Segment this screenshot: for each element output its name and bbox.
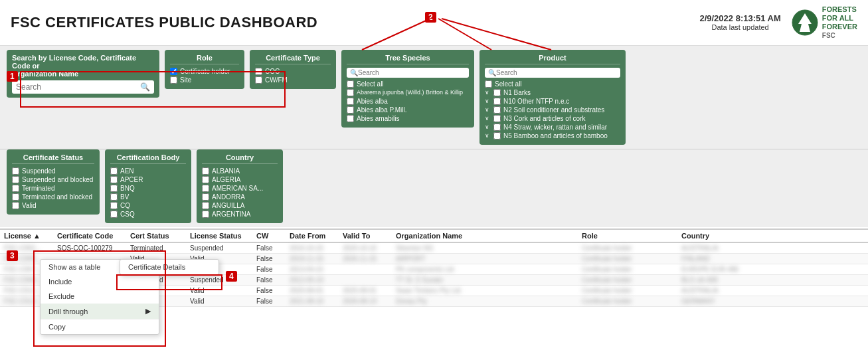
cell-org-name: PK components Ltd: [392, 266, 578, 273]
cert-status-panel: Certificate Status Suspended Suspended a…: [7, 149, 100, 215]
country-panel: Country ALBANIA ALGERIA AMERICAN SA... A…: [197, 149, 283, 223]
product-checkbox-n3[interactable]: [493, 115, 501, 122]
col-header-cert-code: Certificate Code: [53, 232, 126, 240]
cert-type-checkbox-cwfm[interactable]: [255, 76, 262, 84]
search-main-input[interactable]: [16, 82, 140, 92]
table-row[interactable]: FSC-C002... SOS-COC-100279 Terminated Su…: [0, 243, 868, 254]
tree-species-item-selectall: Select all: [347, 80, 469, 88]
cert-body-checkbox-csq[interactable]: [110, 211, 118, 218]
product-checkbox-n4[interactable]: [493, 124, 501, 131]
product-checkbox-n2[interactable]: [493, 106, 501, 114]
product-search-wrap: 🔍: [485, 68, 620, 78]
cert-type-label-coc: COC: [265, 68, 280, 75]
cert-status-checkbox-valid[interactable]: [12, 202, 19, 209]
cert-body-checkbox-bnq[interactable]: [110, 185, 118, 192]
context-menu-item-exclude[interactable]: Exclude: [41, 289, 159, 304]
filter-area-row2: Certificate Status Suspended Suspended a…: [0, 149, 868, 227]
col-header-org-name: Organization Name: [392, 232, 578, 240]
cell-valid-to: 2026-08-14: [339, 298, 392, 305]
product-item-selectall: Select all: [485, 80, 620, 88]
country-label-andorra: ANDORRA: [212, 193, 245, 201]
cert-type-checkbox-coc[interactable]: [255, 68, 262, 75]
cell-org-name: TT St. S Sunder: [392, 276, 578, 284]
search-main-panel: Search by License Code, Certificate Code…: [7, 50, 159, 98]
col-header-cert-status: Cert Status: [126, 232, 186, 240]
product-label-selectall: Select all: [495, 80, 522, 88]
country-checkbox-argentina[interactable]: [202, 211, 209, 218]
cert-body-checkbox-apcer[interactable]: [110, 176, 118, 183]
col-header-date-from: Date From: [286, 232, 339, 240]
tree-species-checkbox-2[interactable]: [347, 98, 354, 105]
tree-species-label-selectall: Select all: [357, 80, 384, 88]
tree-species-search-icon: 🔍: [350, 69, 358, 76]
product-panel: Product 🔍 Select all ∨ N1 Barks ∨ N10 Ot…: [479, 50, 626, 145]
tree-species-item-4: Abies amabilis: [347, 115, 469, 122]
cert-type-panel: Certificate Type COC CW/FM: [250, 50, 336, 89]
cell-date-from: 2013-04-22: [286, 266, 339, 273]
product-label-n3: N3 Cork and articles of cork: [503, 115, 585, 122]
tree-species-checkbox-1[interactable]: [347, 89, 354, 96]
col-header-country: Country: [677, 232, 777, 240]
cert-body-label-bnq: BNQ: [120, 185, 135, 192]
cert-body-checkbox-cq[interactable]: [110, 202, 118, 209]
cert-status-checkbox-suspended[interactable]: [12, 167, 19, 175]
col-header-role: Role: [578, 232, 677, 240]
product-label-n4: N4 Straw, wicker, rattan and similar: [503, 124, 607, 131]
cell-cw: False: [252, 298, 286, 305]
product-label-n5: N5 Bamboo and articles of bamboo: [503, 132, 608, 139]
table-header: License ▲ Certificate Code Cert Status L…: [0, 230, 868, 243]
cell-valid-to: 2025-08-01: [339, 287, 392, 294]
product-checkbox-n1[interactable]: [493, 89, 501, 96]
cert-body-label-cq: CQ: [120, 202, 130, 209]
cell-lic-status: Valid: [186, 287, 252, 294]
cell-lic-status: Valid: [186, 298, 252, 305]
country-label-albania: ALBANIA: [212, 167, 240, 175]
tree-species-label-1: Abarema jupunba (Willd.) Britton & Killi…: [357, 89, 463, 96]
role-panel: Role Certificate holder Site: [165, 50, 244, 89]
cell-cw: False: [252, 276, 286, 284]
cert-status-checkbox-terminated[interactable]: [12, 185, 19, 192]
tree-species-checkbox-selectall[interactable]: [347, 80, 354, 88]
cert-status-checkbox-suspended-blocked[interactable]: [12, 176, 19, 183]
context-label-drill-through: Drill through: [48, 308, 88, 315]
product-item-n4: ∨ N4 Straw, wicker, rattan and similar: [485, 124, 620, 131]
tree-species-label-2: Abies alba: [357, 98, 388, 105]
header-datetime: 2/9/2022 8:13:51 AM Data last updated: [699, 13, 780, 31]
context-label-include: Include: [48, 278, 72, 286]
tree-species-panel: Tree Species 🔍 Select all Abarema jupunb…: [341, 50, 474, 128]
country-checkbox-algeria[interactable]: [202, 176, 209, 183]
country-checkbox-andorra[interactable]: [202, 193, 209, 201]
cert-body-checkbox-bv[interactable]: [110, 193, 118, 201]
context-menu-item-include[interactable]: Include: [41, 274, 159, 289]
country-checkbox-anguilla[interactable]: [202, 202, 209, 209]
cert-status-label-suspended: Suspended: [22, 167, 56, 175]
col-header-lic-status: License Status: [186, 232, 252, 240]
cell-role: Certificate holder: [578, 287, 677, 294]
product-label-n2: N2 Soil conditioner and substrates: [503, 106, 604, 114]
cell-role: Certificate holder: [578, 266, 677, 273]
context-menu-item-drill-through[interactable]: Drill through ▶: [41, 304, 159, 319]
country-label-argentina: ARGENTINA: [212, 211, 250, 218]
annotation-label-1: 1: [7, 71, 18, 82]
tree-species-checkbox-4[interactable]: [347, 115, 354, 122]
cell-role: Certificate holder: [578, 255, 677, 262]
product-checkbox-n5[interactable]: [493, 132, 501, 139]
country-title: Country: [202, 153, 278, 164]
product-item-n3: ∨ N3 Cork and articles of cork: [485, 115, 620, 122]
country-checkbox-american-sa[interactable]: [202, 185, 209, 192]
role-checkbox-site[interactable]: [170, 76, 177, 84]
cert-status-checkbox-terminated-blocked[interactable]: [12, 193, 19, 201]
cell-role: Certificate holder: [578, 298, 677, 305]
submenu-item-certificate-details[interactable]: Certificate Details: [120, 260, 218, 274]
country-checkbox-albania[interactable]: [202, 167, 209, 175]
role-checkbox-holder[interactable]: [170, 68, 177, 75]
role-item-site: Site: [170, 76, 239, 84]
product-checkbox-selectall[interactable]: [485, 80, 492, 88]
product-checkbox-n10[interactable]: [493, 98, 501, 105]
cert-body-checkbox-aen[interactable]: [110, 167, 118, 175]
tree-species-label-4: Abies amabilis: [357, 115, 399, 122]
tree-species-checkbox-3[interactable]: [347, 106, 354, 114]
tree-species-search-input[interactable]: [358, 69, 466, 76]
product-search-input[interactable]: [496, 69, 617, 76]
context-menu-item-copy[interactable]: Copy: [41, 319, 159, 334]
